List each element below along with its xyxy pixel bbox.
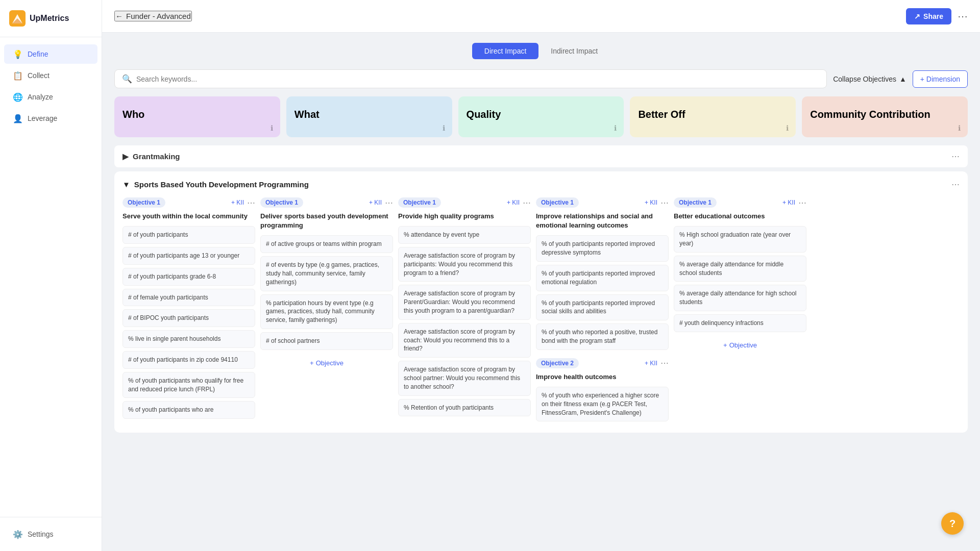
add-objective-what[interactable]: + Objective	[260, 355, 393, 371]
obj-kii-community[interactable]: + KII	[782, 199, 795, 206]
more-options-button[interactable]: ⋯	[958, 10, 968, 22]
better-info-icon: ℹ	[786, 124, 789, 132]
metric-item[interactable]: % Retention of youth participants	[398, 399, 531, 417]
metric-item[interactable]: Average satisfaction score of program by…	[398, 285, 531, 319]
obj-header-who: Objective 1 + KII ⋯	[122, 197, 255, 208]
obj-badge-better: Objective 1	[536, 197, 579, 208]
metric-item[interactable]: % of youth participants who qualify for …	[122, 372, 255, 398]
category-community-label: Community Contribution	[810, 109, 930, 120]
metric-item[interactable]: % of youth participants who are	[122, 401, 255, 419]
back-button[interactable]: ← Funder - Advanced	[114, 11, 192, 21]
add-objective-label: Objective	[316, 359, 344, 367]
program-header: ▼ Sports Based Youth Development Program…	[122, 180, 960, 189]
metric-item[interactable]: # of events by type (e.g games, practice…	[260, 256, 393, 291]
sidebar-bottom: ⚙️ Settings	[0, 517, 102, 551]
obj-kii-quality[interactable]: + KII	[507, 199, 520, 206]
category-better-off[interactable]: Better Off ℹ	[630, 96, 796, 137]
settings-icon: ⚙️	[13, 530, 22, 539]
metrics-list-quality: % attendance by event type Average satis…	[398, 226, 531, 416]
category-quality[interactable]: Quality ℹ	[458, 96, 624, 137]
share-button[interactable]: ↗ Share	[906, 8, 951, 24]
metric-item[interactable]: # of youth participants age 13 or younge…	[122, 247, 255, 265]
obj-more-what[interactable]: ⋯	[385, 198, 393, 208]
collapse-objectives-button[interactable]: Collapse Objectives ▲	[833, 75, 906, 83]
sidebar-nav: 💡 Define 📋 Collect 🌐 Analyze 👤 Leverage	[0, 37, 102, 517]
sidebar-item-analyze[interactable]: 🌐 Analyze	[4, 87, 97, 107]
search-box: 🔍	[114, 69, 827, 88]
sidebar-item-define[interactable]: 💡 Define	[4, 44, 97, 64]
obj2-desc-better: Improve health outcomes	[536, 372, 669, 382]
search-input[interactable]	[136, 75, 819, 83]
sidebar-item-settings[interactable]: ⚙️ Settings	[4, 524, 97, 544]
category-who[interactable]: Who ℹ	[114, 96, 280, 137]
metric-item[interactable]: # youth delinquency infractions	[674, 314, 806, 332]
obj-kii-better[interactable]: + KII	[645, 199, 657, 206]
metric-item[interactable]: % participation hours by event type (e.g…	[260, 294, 393, 329]
metric-item[interactable]: % of youth participants reported improve…	[536, 235, 669, 262]
obj-more-quality[interactable]: ⋯	[523, 198, 531, 208]
add-objective-community[interactable]: + Objective	[674, 337, 806, 353]
tab-direct-impact[interactable]: Direct Impact	[472, 43, 538, 59]
obj-desc-community: Better educational outcomes	[674, 212, 806, 221]
objective2-better: Objective 2 + KII ⋯ Improve health outco…	[536, 358, 669, 422]
metric-item[interactable]: % High school graduation rate (year over…	[674, 226, 806, 253]
collect-icon: 📋	[13, 71, 22, 80]
program-more-icon[interactable]: ⋯	[951, 180, 960, 189]
metrics-list-who: # of youth participants # of youth parti…	[122, 226, 255, 419]
obj-header-community: Objective 1 + KII ⋯	[674, 197, 806, 208]
sidebar-label-settings: Settings	[28, 530, 54, 538]
obj-kii-who[interactable]: + KII	[231, 199, 244, 206]
category-better-label: Better Off	[638, 109, 685, 120]
obj-kii-what[interactable]: + KII	[369, 199, 382, 206]
obj-more-who[interactable]: ⋯	[247, 198, 255, 208]
metric-item[interactable]: Average satisfaction score of program by…	[398, 247, 531, 282]
metric-item[interactable]: # of BIPOC youth participants	[122, 309, 255, 327]
app-name: UpMetrics	[30, 14, 69, 23]
metric-item[interactable]: % attendance by event type	[398, 226, 531, 244]
metrics-list-better-obj2: % of youth who experienced a higher scor…	[536, 387, 669, 421]
sidebar-item-collect[interactable]: 📋 Collect	[4, 66, 97, 85]
metric-item[interactable]: % live in single parent households	[122, 330, 255, 348]
tab-indirect-impact[interactable]: Indirect Impact	[538, 43, 610, 59]
metric-item[interactable]: Average satisfaction score of program by…	[398, 361, 531, 395]
add-dimension-button[interactable]: + Dimension	[913, 70, 968, 88]
metric-item[interactable]: % of youth who reported a positive, trus…	[536, 323, 669, 350]
category-community[interactable]: Community Contribution ℹ	[802, 96, 968, 137]
metric-item[interactable]: # of youth participants grade 6-8	[122, 268, 255, 286]
program-section: ▼ Sports Based Youth Development Program…	[114, 171, 968, 433]
back-arrow-icon: ←	[115, 12, 123, 20]
metric-item[interactable]: # of active groups or teams within progr…	[260, 235, 393, 253]
metric-item[interactable]: % of youth who experienced a higher scor…	[536, 387, 669, 421]
obj2-kii-better[interactable]: + KII	[645, 360, 657, 367]
category-what[interactable]: What ℹ	[286, 96, 452, 137]
obj-desc-quality: Provide high quality programs	[398, 212, 531, 221]
obj-more-community[interactable]: ⋯	[798, 198, 806, 208]
metric-item[interactable]: % average daily attendance for high scho…	[674, 285, 806, 311]
objective-col-better: Objective 1 + KII ⋯ Improve relationship…	[536, 197, 669, 424]
help-button[interactable]: ?	[941, 512, 964, 535]
who-info-icon: ℹ	[271, 124, 273, 132]
metric-item[interactable]: # of youth participants	[122, 226, 255, 244]
obj2-badge-better: Objective 2	[536, 358, 579, 368]
obj2-more-better[interactable]: ⋯	[660, 358, 669, 368]
share-icon: ↗	[914, 12, 920, 20]
grantmaking-more-icon[interactable]: ⋯	[951, 152, 960, 161]
sidebar-item-leverage[interactable]: 👤 Leverage	[4, 109, 97, 128]
grantmaking-section[interactable]: ▶ Grantmaking ⋯	[114, 145, 968, 167]
metrics-list-what: # of active groups or teams within progr…	[260, 235, 393, 349]
metric-item[interactable]: % of youth participants reported improve…	[536, 265, 669, 291]
category-who-label: Who	[122, 109, 144, 120]
collapse-label: Collapse Objectives	[833, 75, 896, 83]
objective-col-community: Objective 1 + KII ⋯ Better educational o…	[674, 197, 806, 424]
leverage-icon: 👤	[13, 114, 22, 123]
metric-item[interactable]: # of youth participants in zip code 9411…	[122, 351, 255, 369]
obj-badge-community: Objective 1	[674, 197, 717, 208]
metric-item[interactable]: # of school partners	[260, 332, 393, 350]
metric-item[interactable]: # of female youth participants	[122, 289, 255, 307]
obj-desc-what: Deliver sports based youth development p…	[260, 212, 393, 230]
metric-item[interactable]: % average daily attendance for middle sc…	[674, 256, 806, 282]
metric-item[interactable]: % of youth participants reported improve…	[536, 294, 669, 321]
obj-more-better[interactable]: ⋯	[660, 198, 669, 208]
metric-item[interactable]: Average satisfaction score of program by…	[398, 323, 531, 358]
obj-desc-better: Improve relationships and social and emo…	[536, 212, 669, 230]
